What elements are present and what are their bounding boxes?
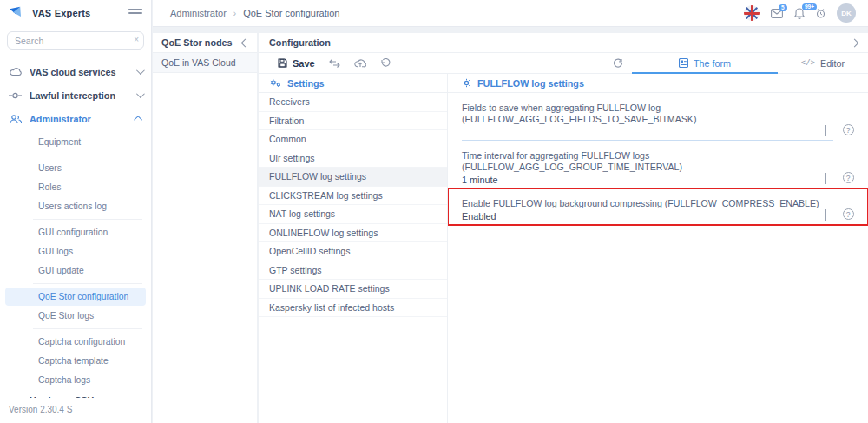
save-button-label: Save	[293, 58, 315, 69]
settings-nav-title: Settings	[287, 78, 325, 89]
settings-item-ulr-settings[interactable]: Ulr settings	[259, 149, 447, 169]
settings-nav-header: Settings	[259, 74, 447, 93]
save-icon	[278, 58, 287, 68]
app-root: VAS Experts × VAS cloud services Lawful …	[0, 0, 868, 423]
configuration-title: Configuration	[269, 37, 852, 48]
settings-item-receivers[interactable]: Receivers	[259, 93, 447, 112]
user-avatar[interactable]: DK	[837, 3, 856, 23]
help-icon[interactable]: ?	[843, 124, 854, 135]
toolbar-left: Save	[259, 53, 401, 73]
sidebar-item-gui-configuration[interactable]: GUI configuration	[5, 223, 146, 241]
form-section-header: FULLFLOW log settings	[448, 74, 868, 93]
field-fullflow-agg-log-fields-to-save-bitmask: Fields to save when aggregating FULLFLOW…	[448, 93, 868, 141]
field-label: Enable FULLFLOW log background compressi…	[462, 195, 833, 209]
settings-item-nat-log-settings[interactable]: NAT log settings	[259, 205, 447, 224]
breadcrumb-parent[interactable]: Administrator	[170, 8, 227, 18]
sidebar-nav: VAS cloud services Lawful interception A…	[0, 56, 151, 398]
cloud-upload-icon[interactable]	[354, 58, 366, 68]
sidebar-item-users[interactable]: Users	[5, 159, 146, 177]
divider	[33, 283, 142, 284]
select-value[interactable]: 1 minute	[462, 175, 825, 185]
collapse-panel-icon[interactable]	[241, 38, 250, 47]
settings-item-uplink-load-rate-settings[interactable]: UPLINK LOAD RATE settings	[259, 280, 447, 299]
refresh-icon[interactable]	[604, 53, 632, 73]
qoe-stor-nodes-panel: QoE Stor nodes QoE in VAS Cloud	[153, 33, 257, 423]
sidebar-item-captcha-template[interactable]: Captcha template	[5, 352, 146, 370]
topbar: Administrator › QoE Stor configuration 5…	[153, 0, 868, 27]
save-button[interactable]: Save	[278, 58, 315, 69]
configuration-panel: Configuration Save	[259, 33, 868, 423]
settings-item-common[interactable]: Common	[259, 130, 447, 149]
code-icon: </>	[801, 59, 815, 68]
alarm-icon[interactable]	[816, 9, 825, 18]
divider	[33, 219, 142, 220]
sidebar-item-captcha-configuration[interactable]: Captcha configuration	[5, 333, 146, 351]
cloud-icon	[9, 66, 22, 78]
sidebar-item-vas-cloud-services[interactable]: VAS cloud services	[0, 60, 151, 83]
form-icon	[679, 58, 688, 68]
settings-item-opencellid-settings[interactable]: OpenCellID settings	[259, 242, 447, 261]
settings-item-filtration[interactable]: Filtration	[259, 112, 447, 131]
settings-item-gtp-settings[interactable]: GTP settings	[259, 261, 447, 281]
form-section-title: FULLFLOW log settings	[477, 78, 584, 89]
gear-icon	[462, 78, 471, 88]
settings-item-onlineflow-log-settings[interactable]: ONLINEFLOW log settings	[259, 224, 447, 243]
chevron-down-icon	[136, 89, 145, 98]
search-wrap: ×	[7, 31, 144, 50]
messages-badge: 5	[779, 4, 787, 11]
notifications-bell-icon[interactable]: 99+	[794, 8, 805, 19]
tab-label: Editor	[820, 58, 845, 69]
help-icon[interactable]: ?	[843, 172, 854, 183]
vas-experts-logo-icon	[9, 6, 26, 20]
field-fullflow-compress-enable: Enable FULLFLOW log background compressi…	[448, 188, 868, 225]
notifications-badge: 99+	[802, 3, 817, 10]
select-value[interactable]: Enabled	[462, 211, 825, 221]
configuration-body: Settings Receivers Filtration Common Ulr…	[259, 74, 868, 423]
settings-item-kaspersky-list[interactable]: Kaspersky list of infected hosts	[259, 299, 447, 318]
sidebar-item-label: Lawful interception	[30, 90, 128, 101]
logo-text: VAS Experts	[32, 8, 122, 18]
sidebar: VAS Experts × VAS cloud services Lawful …	[0, 0, 152, 423]
chevron-down-icon[interactable]	[825, 209, 826, 220]
search-clear-icon[interactable]: ×	[134, 35, 139, 44]
field-fullflow-agg-log-group-time-interval: Time interval for aggregating FULLFLOW l…	[448, 141, 868, 188]
logo-row: VAS Experts	[0, 0, 151, 26]
sidebar-item-gui-logs[interactable]: GUI logs	[5, 242, 146, 261]
sidebar-item-qoe-stor-configuration[interactable]: QoE Stor configuration	[5, 288, 146, 306]
tab-label: The form	[694, 58, 731, 69]
nodes-panel-title: QoE Stor nodes	[161, 37, 242, 48]
sidebar-item-roles[interactable]: Roles	[5, 178, 146, 196]
settings-nav: Settings Receivers Filtration Common Ulr…	[259, 74, 448, 423]
language-flag-icon[interactable]	[744, 5, 760, 21]
sidebar-item-lawful-interception[interactable]: Lawful interception	[0, 83, 151, 107]
breadcrumb: Administrator › QoE Stor configuration	[170, 8, 744, 18]
breadcrumb-current: QoE Stor configuration	[243, 8, 339, 18]
hamburger-menu-icon[interactable]	[128, 9, 142, 18]
expand-panel-icon[interactable]	[851, 38, 859, 47]
settings-item-fullflow-log-settings[interactable]: FULLFLOW log settings	[259, 168, 447, 187]
node-item-qoe-in-vas-cloud[interactable]: QoE in VAS Cloud	[153, 53, 257, 73]
sidebar-item-label: VAS cloud services	[30, 67, 128, 77]
sidebar-item-equipment[interactable]: Equipment	[5, 133, 146, 151]
sidebar-item-qoe-stor-logs[interactable]: QoE Stor logs	[5, 307, 146, 325]
settings-form-panel: FULLFLOW log settings Fields to save whe…	[448, 74, 868, 423]
help-icon[interactable]: ?	[843, 208, 854, 220]
field-label: Time interval for aggregating FULLFLOW l…	[462, 148, 833, 173]
configuration-toolbar: Save The form </>	[259, 53, 868, 74]
search-input[interactable]	[7, 31, 144, 50]
tab-the-form[interactable]: The form	[632, 53, 778, 73]
messages-icon[interactable]: 5	[771, 9, 783, 18]
settings-item-clickstream-log-settings[interactable]: CLICKSTREAM log settings	[259, 187, 447, 206]
history-icon[interactable]	[380, 58, 391, 68]
sidebar-item-users-actions-log[interactable]: Users actions log	[5, 197, 146, 215]
tab-editor[interactable]: </> Editor	[778, 53, 868, 73]
chevron-down-icon[interactable]	[825, 125, 826, 135]
administrator-submenu: Equipment Users Roles Users actions log …	[0, 130, 151, 392]
chevron-down-icon[interactable]	[825, 173, 826, 183]
sidebar-item-gui-update[interactable]: GUI update	[5, 261, 146, 280]
divider	[33, 155, 142, 155]
chevron-down-icon	[136, 66, 145, 75]
compare-icon[interactable]	[329, 59, 340, 68]
sidebar-item-administrator[interactable]: Administrator	[0, 107, 151, 130]
sidebar-item-captcha-logs[interactable]: Captcha logs	[5, 371, 146, 389]
